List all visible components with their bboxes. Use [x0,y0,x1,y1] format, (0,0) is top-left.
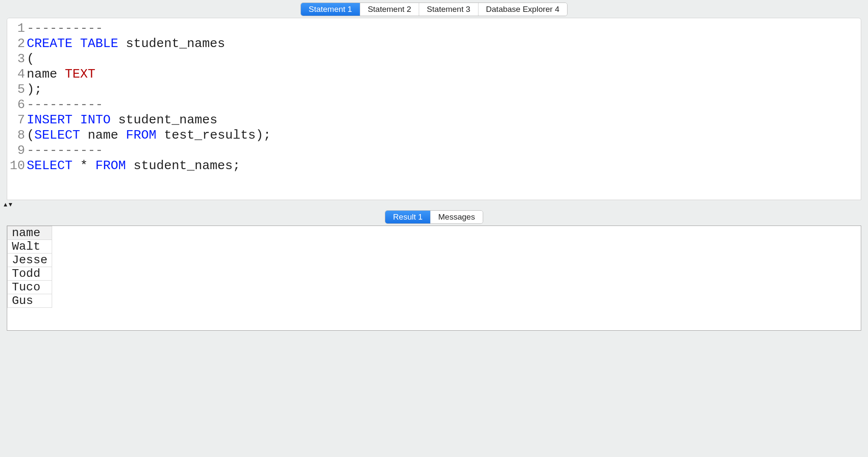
code-line[interactable]: ---------- [27,21,861,36]
line-number: 10 [10,158,25,173]
code-line[interactable]: name TEXT [27,67,861,82]
line-number: 7 [10,112,25,128]
line-number: 1 [10,21,25,36]
code-line[interactable]: ---------- [27,97,861,112]
top-tab-statement-3[interactable]: Statement 3 [419,3,478,16]
code-line[interactable]: (SELECT name FROM test_results); [27,128,861,143]
result-tab-bar: Result 1Messages [0,209,868,226]
line-number: 2 [10,36,25,51]
line-number: 4 [10,67,25,82]
table-cell[interactable]: Tuco [8,281,52,294]
splitter-handle[interactable]: ▲▼ [3,201,861,208]
column-header[interactable]: name [8,226,52,240]
result-grid[interactable]: nameWaltJesseToddTucoGus [7,226,52,308]
table-row[interactable]: Gus [8,294,52,308]
code-line[interactable]: ); [27,82,861,97]
result-tab-result-1[interactable]: Result 1 [385,211,431,223]
table-cell[interactable]: Todd [8,267,52,281]
table-row[interactable]: Jesse [8,254,52,267]
sql-editor[interactable]: ----------CREATE TABLE student_names(nam… [27,18,861,200]
line-number-gutter: 12345678910 [7,18,27,200]
table-row[interactable]: Todd [8,267,52,281]
sql-editor-panel: 12345678910 ----------CREATE TABLE stude… [7,18,861,200]
code-line[interactable]: CREATE TABLE student_names [27,36,861,51]
top-tab-statement-2[interactable]: Statement 2 [360,3,419,16]
code-line[interactable]: ---------- [27,143,861,158]
table-cell[interactable]: Walt [8,240,52,254]
table-row[interactable]: Tuco [8,281,52,294]
code-line[interactable]: INSERT INTO student_names [27,112,861,128]
line-number: 5 [10,82,25,97]
line-number: 6 [10,97,25,112]
line-number: 8 [10,128,25,143]
table-cell[interactable]: Jesse [8,254,52,267]
line-number: 3 [10,51,25,67]
result-tab-group: Result 1Messages [385,210,483,224]
table-row[interactable]: Walt [8,240,52,254]
code-line[interactable]: ( [27,51,861,67]
top-tab-statement-1[interactable]: Statement 1 [301,3,360,16]
top-tab-bar: Statement 1Statement 2Statement 3Databas… [0,0,868,18]
result-grid-panel: nameWaltJesseToddTucoGus [7,226,861,331]
top-tab-group: Statement 1Statement 2Statement 3Databas… [300,3,568,16]
top-tab-database-explorer-4[interactable]: Database Explorer 4 [479,3,567,16]
code-line[interactable]: SELECT * FROM student_names; [27,158,861,173]
line-number: 9 [10,143,25,158]
table-cell[interactable]: Gus [8,294,52,308]
result-tab-messages[interactable]: Messages [431,211,483,223]
